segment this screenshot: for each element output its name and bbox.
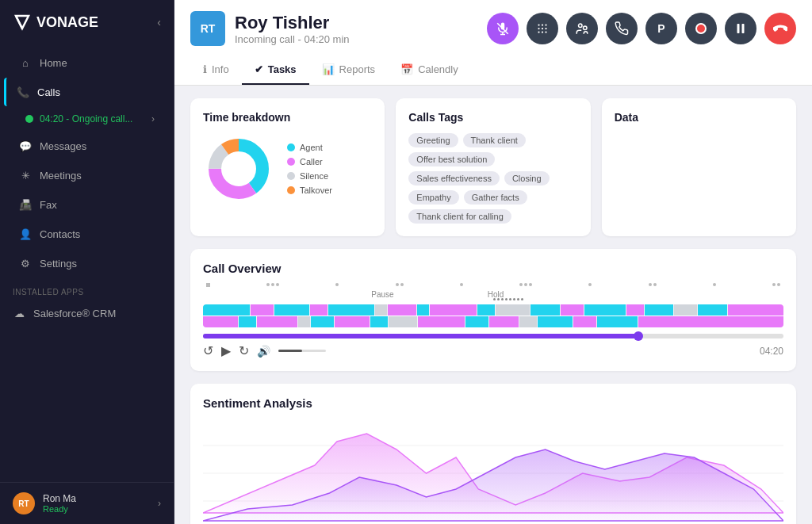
sidebar-item-calls[interactable]: 📞 Calls	[4, 78, 167, 106]
dialpad-button[interactable]	[527, 13, 558, 44]
seg	[489, 316, 519, 327]
tab-tasks[interactable]: ✔ Tasks	[242, 55, 309, 85]
user-footer[interactable]: RT Ron Ma Ready ›	[0, 482, 174, 524]
sidebar-item-fax[interactable]: 📠 Fax	[6, 190, 167, 219]
sidebar-item-home[interactable]: ⌂ Home	[6, 48, 167, 77]
tag-3[interactable]: Sales effectiveness	[408, 171, 500, 186]
dot-group-5	[649, 283, 657, 287]
dot	[588, 283, 592, 286]
forward-button[interactable]: ↻	[239, 343, 249, 358]
volume-bar[interactable]	[278, 350, 326, 352]
record-icon	[695, 23, 707, 34]
seg	[597, 316, 638, 327]
contacts-icon: 👤	[19, 228, 32, 240]
seg	[375, 304, 387, 316]
vonage-icon	[13, 13, 32, 32]
svg-point-10	[542, 31, 543, 33]
tab-calendly[interactable]: 📅 Calendly	[388, 55, 471, 85]
dot-markers-row	[203, 283, 783, 287]
record-button[interactable]	[685, 13, 717, 44]
seg	[274, 304, 309, 316]
hold-button[interactable]	[725, 13, 756, 44]
vonage-wordmark: VONAGE	[36, 14, 98, 31]
time-breakdown-card: Time breakdown Agent	[190, 98, 385, 236]
transfer-button[interactable]	[606, 13, 638, 44]
tab-bar: ℹ Info ✔ Tasks 📊 Reports 📅 Calendly	[190, 55, 796, 85]
page-content: Time breakdown Agent	[174, 86, 812, 524]
dot-group-3	[396, 283, 404, 287]
tag-2[interactable]: Offer best solution	[408, 152, 495, 166]
seg	[328, 304, 375, 316]
dot	[266, 283, 270, 286]
park-button[interactable]: P	[645, 13, 677, 44]
caller-info-row: RT Roy Tishler Incoming call - 04:20 min	[190, 11, 796, 46]
salesforce-icon: ☁	[13, 307, 25, 319]
ongoing-call-item[interactable]: 04:20 - Ongoing call... ›	[6, 107, 167, 131]
end-call-icon	[773, 21, 787, 36]
call-actions: P	[487, 13, 796, 44]
user-status: Ready	[43, 504, 150, 514]
sidebar-item-salesforce[interactable]: ☁ Salesforce® CRM	[0, 300, 174, 327]
tab-info[interactable]: ℹ Info	[190, 55, 242, 85]
volume-button[interactable]: 🔊	[257, 345, 270, 358]
ongoing-call-label: 04:20 - Ongoing call...	[40, 113, 151, 124]
contacts-button[interactable]	[566, 13, 598, 44]
seg	[538, 316, 573, 327]
seg	[573, 316, 596, 327]
seg	[674, 304, 697, 316]
donut-legend: Agent Caller Silence Talkover	[287, 143, 332, 195]
contacts-btn-icon	[575, 21, 589, 36]
tag-4[interactable]: Closing	[504, 171, 550, 186]
call-overview-card: Call Overview	[190, 249, 796, 371]
dialpad-icon	[535, 21, 550, 36]
sentiment-chart	[203, 418, 783, 524]
tag-1[interactable]: Thank client	[463, 133, 526, 147]
caller-name: Roy Tishler	[235, 13, 350, 33]
seg	[465, 316, 488, 327]
tag-5[interactable]: Empathy	[408, 190, 458, 205]
tag-6[interactable]: Gather facts	[464, 190, 527, 205]
data-card-title: Data	[615, 111, 783, 124]
seg	[645, 304, 674, 316]
data-card: Data	[602, 98, 796, 236]
sidebar-item-contacts[interactable]: 👤 Contacts	[6, 220, 167, 248]
sidebar-navigation: ⌂ Home 📞 Calls 04:20 - Ongoing call... ›…	[0, 44, 174, 482]
tag-0[interactable]: Greeting	[408, 133, 458, 147]
mute-button[interactable]	[487, 13, 519, 44]
user-avatar: RT	[13, 492, 35, 514]
dot	[276, 283, 279, 286]
svg-point-11	[545, 31, 546, 33]
sidebar-item-messages[interactable]: 💬 Messages	[6, 132, 167, 160]
seg	[239, 316, 256, 327]
dot	[649, 283, 652, 286]
dot	[271, 283, 274, 286]
seg	[418, 316, 465, 327]
bar-row-1	[203, 304, 783, 316]
end-call-button[interactable]	[764, 13, 796, 44]
sidebar-item-meetings[interactable]: ✳ Meetings	[6, 161, 167, 189]
svg-point-9	[538, 31, 539, 33]
dot-group-4	[519, 283, 532, 287]
seg	[389, 316, 418, 327]
transfer-icon	[615, 21, 629, 36]
tab-reports[interactable]: 📊 Reports	[309, 55, 389, 85]
playback-controls: ↺ ▶ ↻ 🔊 04:20	[203, 343, 783, 358]
seg	[638, 316, 783, 327]
message-icon: 💬	[19, 140, 32, 152]
progress-bar[interactable]	[203, 334, 783, 338]
collapse-button[interactable]: ‹	[157, 16, 161, 29]
sidebar-item-settings[interactable]: ⚙ Settings	[6, 249, 167, 277]
dot-group-6	[772, 283, 780, 287]
dot-group-2	[266, 283, 279, 287]
seg	[388, 304, 417, 316]
calendly-icon: 📅	[400, 63, 413, 75]
ongoing-dot	[25, 115, 33, 123]
svg-point-6	[538, 28, 539, 29]
installed-apps-label: INSTALLED APPS	[0, 278, 174, 300]
donut-chart	[203, 133, 274, 205]
play-button[interactable]: ▶	[221, 343, 231, 358]
seg	[257, 316, 297, 327]
rewind-button[interactable]: ↺	[203, 343, 213, 358]
tag-7[interactable]: Thank client for calling	[408, 209, 511, 224]
seg	[335, 316, 370, 327]
